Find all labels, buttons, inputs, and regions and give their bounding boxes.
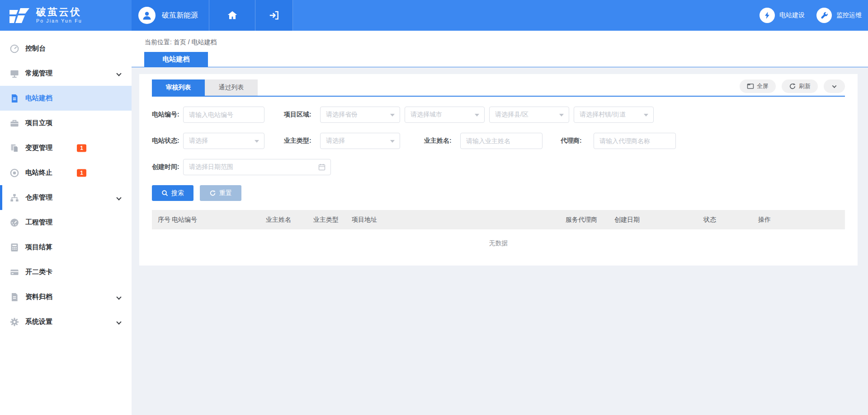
filter-form: 电站编号: 项目区域: 请选择省份 请选择城市 — [152, 97, 845, 201]
dashboard-icon — [9, 44, 19, 54]
chevron-down-icon — [116, 195, 121, 200]
sidebar-item-station-filing[interactable]: 电站建档 — [0, 86, 132, 111]
region-label: 项目区域: — [284, 111, 320, 119]
station-no-input[interactable] — [183, 107, 264, 123]
station-no-label: 电站编号: — [152, 111, 183, 119]
caret-down-icon — [475, 114, 479, 117]
col-seq: 序号 — [158, 210, 170, 229]
city-select[interactable]: 请选择城市 — [405, 107, 485, 123]
col-actions: 操作 — [758, 210, 771, 229]
tabs-row: 审核列表 通过列表 全屏 — [152, 79, 845, 97]
filter-actions: 搜索 重置 — [152, 185, 845, 201]
tab-review-list[interactable]: 审核列表 — [152, 79, 205, 96]
chevron-down-icon — [116, 71, 121, 76]
fullscreen-button[interactable]: 全屏 — [740, 79, 776, 93]
archive-icon — [9, 292, 19, 302]
chevron-down-icon — [116, 319, 121, 324]
owner-name-input[interactable] — [460, 133, 542, 149]
station-status-select[interactable]: 请选择 — [183, 133, 264, 149]
sidebar-item-warehouse-management[interactable]: 仓库管理 — [0, 185, 132, 210]
agent-input[interactable] — [594, 133, 676, 149]
refresh-icon — [789, 83, 796, 90]
sidebar: 控制台 常规管理 — [0, 31, 132, 415]
chevron-down-icon — [832, 84, 837, 88]
sidebar-item-console[interactable]: 控制台 — [0, 36, 132, 61]
filter-row-3: 创建时间: 请选择日期范围 — [152, 159, 845, 175]
county-select[interactable]: 请选择县/区 — [489, 107, 569, 123]
calendar-icon — [318, 163, 326, 171]
caret-down-icon — [390, 114, 395, 117]
logo-mark-icon — [9, 7, 30, 23]
caret-down-icon — [390, 140, 395, 143]
document-icon — [9, 93, 19, 103]
sidebar-item-engineering-management[interactable]: 工程管理 — [0, 210, 132, 235]
sidebar-item-data-archiving[interactable]: 资料归档 — [0, 284, 132, 309]
user-menu[interactable]: 破茧新能源 — [132, 0, 209, 31]
owner-name-label: 业主姓名: — [424, 137, 460, 145]
page-tab-station-filing[interactable]: 电站建档 — [144, 52, 208, 67]
station-status-label: 电站状态: — [152, 137, 183, 145]
nav-station-construction[interactable]: 电站建设 — [760, 8, 805, 23]
gear-icon — [9, 317, 19, 327]
breadcrumb-band: 当前位置: 首页 / 电站建档 电站建档 — [132, 31, 868, 67]
caret-down-icon — [644, 114, 648, 117]
empty-state: 无数据 — [152, 229, 845, 257]
tab-passed-list[interactable]: 通过列表 — [205, 79, 258, 96]
table-header: 序号 电站编号 业主姓名 业主类型 项目地址 服务代理商 创建日期 状态 操作 — [152, 210, 845, 229]
col-status: 状态 — [703, 210, 716, 229]
app-root: 破茧云伏 Po Jian Yun Fu 破茧新能源 — [0, 0, 868, 415]
col-agent: 服务代理商 — [566, 210, 597, 229]
agent-label: 代理商: — [561, 137, 594, 145]
village-select[interactable]: 请选择村镇/街道 — [574, 107, 654, 123]
caret-down-icon — [255, 140, 259, 143]
search-button[interactable]: 搜索 — [152, 185, 193, 201]
owner-type-label: 业主类型: — [284, 137, 320, 145]
refresh-button[interactable]: 刷新 — [782, 79, 818, 93]
person-icon — [142, 10, 152, 21]
owner-type-select[interactable]: 请选择 — [320, 133, 400, 149]
header-right: 电站建设 监控运维 — [293, 0, 868, 31]
logo: 破茧云伏 Po Jian Yun Fu — [0, 0, 132, 31]
col-address: 项目地址 — [352, 210, 377, 229]
nav-monitoring-ops[interactable]: 监控运维 — [816, 8, 862, 23]
caret-down-icon — [559, 114, 564, 117]
col-create-date: 创建日期 — [614, 210, 640, 229]
sidebar-item-change-management[interactable]: 变更管理 1 — [0, 135, 132, 160]
breadcrumb: 当前位置: 首页 / 电站建档 — [132, 31, 868, 47]
sidebar-item-station-termination[interactable]: 电站终止 1 — [0, 160, 132, 185]
briefcase-icon — [9, 118, 19, 128]
user-name: 破茧新能源 — [162, 11, 198, 20]
province-select[interactable]: 请选择省份 — [320, 107, 400, 123]
fullscreen-icon — [747, 83, 754, 90]
breadcrumb-path: 首页 / 电站建档 — [174, 38, 217, 46]
logout-button[interactable] — [255, 0, 293, 31]
breadcrumb-label: 当前位置: — [145, 38, 172, 46]
sidebar-item-general-management[interactable]: 常规管理 — [0, 61, 132, 86]
collapse-button[interactable] — [824, 79, 845, 93]
sidebar-item-project-settlement[interactable]: 项目结算 — [0, 235, 132, 260]
calculator-icon — [9, 242, 19, 252]
bolt-icon — [760, 8, 775, 23]
card-icon — [9, 267, 19, 277]
circle-dot-icon — [9, 168, 19, 178]
sidebar-item-system-settings[interactable]: 系统设置 — [0, 309, 132, 334]
reset-icon — [209, 190, 216, 196]
monitor-icon — [9, 69, 19, 79]
sitemap-icon — [9, 193, 19, 203]
create-time-label: 创建时间: — [152, 163, 183, 171]
col-owner-name: 业主姓名 — [266, 210, 291, 229]
reset-button[interactable]: 重置 — [200, 185, 241, 201]
top-header: 破茧云伏 Po Jian Yun Fu 破茧新能源 — [0, 0, 868, 31]
nav-label: 监控运维 — [836, 11, 862, 19]
search-icon — [161, 190, 168, 196]
home-button[interactable] — [209, 0, 255, 31]
filter-row-2: 电站状态: 请选择 业主类型: 请选择 业主姓名: — [152, 133, 845, 149]
col-station-no: 电站编号 — [172, 210, 197, 229]
logo-text: 破茧云伏 Po Jian Yun Fu — [36, 7, 82, 24]
date-range-picker[interactable]: 请选择日期范围 — [183, 159, 331, 175]
sidebar-item-open-class2-card[interactable]: 开二类卡 — [0, 260, 132, 284]
main-area: 当前位置: 首页 / 电站建档 电站建档 审核列表 通过列表 — [132, 31, 868, 415]
filter-card: 审核列表 通过列表 全屏 — [139, 74, 858, 266]
sidebar-item-project-initiation[interactable]: 项目立项 — [0, 111, 132, 135]
filter-row-1: 电站编号: 项目区域: 请选择省份 请选择城市 — [152, 107, 845, 123]
